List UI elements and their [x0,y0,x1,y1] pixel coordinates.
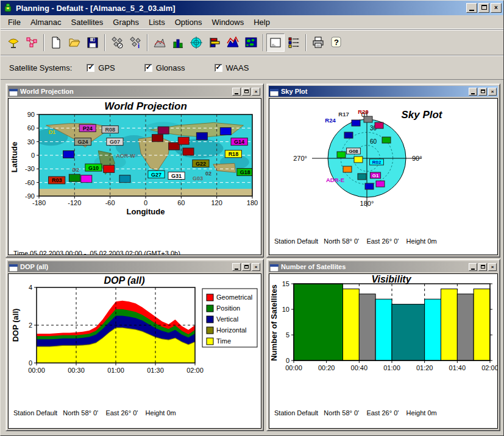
footer-station-line: Station Default North 58° 0' East 26° 0'… [274,237,497,246]
glonass-checkbox-box[interactable]: ✓ [144,64,152,72]
svg-text:R08: R08 [105,127,115,133]
world-footer: Time 05.02.2003 00:00 - 05.02.2003 02:00… [9,230,261,255]
maximize-button[interactable] [478,263,487,271]
svg-text:G14: G14 [234,139,244,145]
help-button[interactable]: ? [327,33,346,52]
svg-text:AOR-W: AOR-W [116,153,135,159]
satellites-disable-button[interactable] [108,33,126,52]
sky-plot-content: Sky Plot0°90°270°180°6030R17R20R24G08R02… [269,98,498,255]
menu-windows[interactable]: Windows [207,16,249,29]
svg-text:00:40: 00:40 [351,364,368,371]
app-icon [2,2,13,13]
maximize-button[interactable] [242,263,250,271]
svg-text:i: i [138,42,140,49]
gps-checkbox-box[interactable]: ✓ [87,64,94,72]
svg-text:G03: G03 [193,175,203,181]
world-projection-titlebar[interactable]: World Projection × [8,86,261,97]
graph-view-toggle-button[interactable] [266,33,285,52]
maximize-button[interactable] [478,3,489,13]
svg-text:270°: 270° [293,155,307,162]
world-projection-window: World Projection × World ProjectionD1P24… [5,83,264,258]
toolbar-separator [147,34,148,51]
maximize-button[interactable] [478,88,487,96]
svg-text:02:00: 02:00 [481,364,497,371]
svg-text:D1: D1 [49,129,56,135]
menu-help[interactable]: Help [249,16,275,29]
close-button[interactable]: × [252,263,260,271]
station-setup-button[interactable] [4,33,23,52]
menu-satellites[interactable]: Satellites [66,16,108,29]
waas-checkbox-box[interactable]: ✓ [215,64,222,72]
sky-plot-titlebar[interactable]: Sky Plot × [269,86,498,97]
world-map-graph-button[interactable] [242,33,260,52]
svg-text:R20: R20 [358,108,368,115]
number-of-satellites-titlebar[interactable]: Number of Satellites × [269,261,498,272]
menu-bar: FileAlmanacSatellitesGraphsListsOptionsW… [1,15,503,30]
svg-text:0: 0 [31,152,35,159]
checkmark-icon: ✓ [88,63,94,71]
svg-text:90: 90 [27,111,35,118]
plan-icon [25,36,38,49]
menu-file[interactable]: File [3,16,26,29]
svg-text:60: 60 [27,124,35,132]
toolbar-separator [263,34,264,51]
svg-text:-120: -120 [68,199,81,206]
checkbox-glonass[interactable]: ✓Glonass [144,63,185,72]
satellite-plan-button[interactable] [23,33,41,52]
svg-text:DOP (all): DOP (all) [104,275,145,286]
svg-text:World Projection: World Projection [104,100,187,112]
menu-almanac[interactable]: Almanac [26,16,66,29]
svg-text:R18: R18 [229,151,239,157]
svg-text:DOP (all): DOP (all) [11,309,20,342]
minimize-button[interactable] [232,263,241,271]
menu-lists[interactable]: Lists [144,16,170,29]
svg-text:00:20: 00:20 [318,364,335,371]
child-window-icon [9,88,18,95]
svg-text:30: 30 [27,138,35,146]
sat-disable-icon [110,36,124,49]
sky-plot-graph-button[interactable] [187,33,205,52]
save-file-button[interactable] [83,33,102,52]
visibility-graph-button[interactable] [205,33,224,52]
minimize-button[interactable] [469,263,477,271]
open-file-button[interactable] [65,33,83,52]
svg-text:Vertical: Vertical [216,315,238,323]
svg-text:01:40: 01:40 [449,364,466,371]
checkbox-waas[interactable]: ✓WAAS [215,63,249,72]
checkbox-gps[interactable]: ✓GPS [87,63,115,72]
title-bar[interactable]: Planning - Default - [Almanac_5_2_03.alm… [1,1,503,15]
svg-text:Geometrical: Geometrical [216,294,252,301]
dop-bar-graph-button[interactable] [169,33,187,52]
svg-text:120: 120 [211,199,222,206]
close-button[interactable]: × [488,263,497,271]
svg-text:G10: G10 [88,165,99,171]
elevation-graph-button[interactable] [151,33,169,52]
satellite-info-button[interactable]: i [126,33,144,52]
checkmark-icon: ✓ [146,63,152,71]
dop-area-graph-button[interactable] [224,33,242,52]
svg-text:-30: -30 [25,165,35,172]
list-view-toggle-button[interactable] [285,33,303,52]
svg-text:R03: R03 [52,177,62,183]
minimize-button[interactable] [466,3,477,13]
window-title: Planning - Default - [Almanac_5_2_03.alm… [16,4,466,13]
dop-window: DOP (all) × DOP (all)02400:0000:3001:000… [5,259,264,431]
menu-options[interactable]: Options [170,16,207,29]
glonass-checkbox-label: Glonass [156,63,185,72]
svg-text:02: 02 [205,171,211,177]
maximize-button[interactable] [242,88,250,96]
dop-titlebar[interactable]: DOP (all) × [8,261,261,272]
svg-text:00:00: 00:00 [285,364,302,371]
new-file-button[interactable] [47,33,65,52]
svg-text:D2: D2 [73,167,80,173]
minimize-button[interactable] [469,88,477,96]
menu-graphs[interactable]: Graphs [108,16,144,29]
minimize-button[interactable] [232,88,241,96]
close-button[interactable]: × [488,88,497,96]
footer-station-line: Station Default North 58° 0' East 26° 0'… [13,409,261,418]
svg-text:0: 0 [144,199,147,206]
graph-view-icon [269,36,282,49]
print-button[interactable] [309,33,327,52]
close-button[interactable]: × [252,88,260,96]
close-button[interactable]: × [491,3,502,13]
